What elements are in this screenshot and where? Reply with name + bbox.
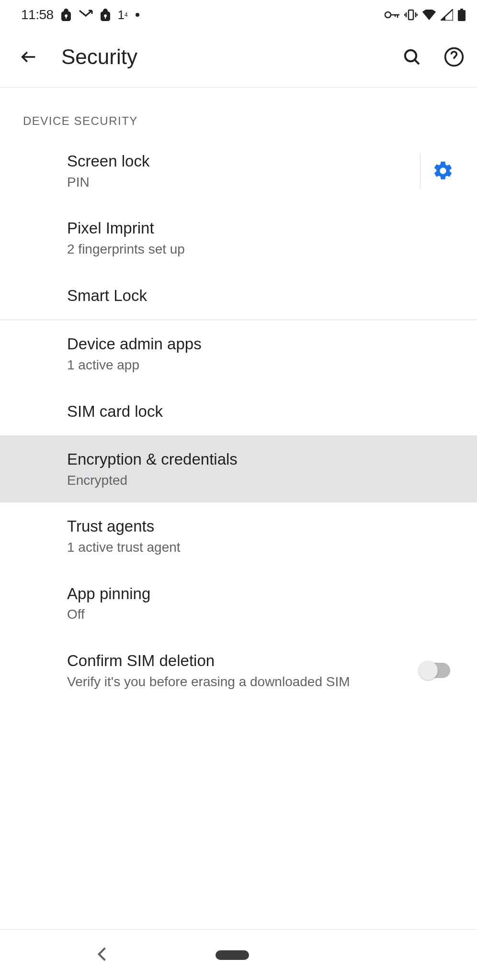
list-item-subtitle: Encrypted: [67, 471, 454, 490]
missed-call-icon: [79, 10, 93, 20]
search-button[interactable]: [400, 45, 423, 68]
chevron-left-icon: [96, 947, 108, 962]
notification-icon: 14: [118, 8, 128, 22]
nav-back-button[interactable]: [96, 947, 108, 964]
svg-point-4: [405, 50, 416, 61]
list-item-title: Pixel Imprint: [67, 218, 454, 239]
app-pinning-item[interactable]: App pinning Off: [0, 570, 477, 637]
key-icon: [384, 11, 399, 19]
smart-lock-item[interactable]: Smart Lock: [0, 272, 477, 320]
list-item-text: Device admin apps 1 active app: [67, 334, 454, 374]
signal-icon: [441, 9, 453, 21]
trust-agents-item[interactable]: Trust agents 1 active trust agent: [0, 502, 477, 569]
status-right: [384, 9, 466, 21]
list-item-title: Trust agents: [67, 516, 454, 537]
list-item-title: Screen lock: [67, 151, 412, 172]
screen-lock-settings-button[interactable]: [420, 153, 454, 189]
encryption-item[interactable]: Encryption & credentials Encrypted: [0, 435, 477, 502]
list-item-subtitle: Off: [67, 605, 454, 624]
svg-rect-3: [460, 9, 463, 11]
list-item-text: Smart Lock: [67, 285, 454, 307]
list-item-title: Smart Lock: [67, 285, 454, 307]
navigation-bar: [0, 929, 477, 980]
list-item-text: Screen lock PIN: [67, 151, 412, 191]
help-button[interactable]: [443, 45, 466, 68]
list-item-subtitle: PIN: [67, 173, 412, 191]
section-header: DEVICE SECURITY: [0, 88, 477, 137]
status-time: 11:58: [21, 7, 54, 22]
list-item-text: Encryption & credentials Encrypted: [67, 449, 454, 489]
lock-icon: [101, 9, 110, 21]
search-icon: [402, 47, 421, 67]
gear-icon: [432, 160, 454, 182]
list-item-subtitle: 1 active app: [67, 356, 454, 374]
pixel-imprint-item[interactable]: Pixel Imprint 2 fingerprints set up: [0, 204, 477, 271]
list-item-subtitle: 1 active trust agent: [67, 538, 454, 557]
sim-card-lock-item[interactable]: SIM card lock: [0, 388, 477, 436]
dot-icon: [136, 13, 139, 17]
confirm-sim-deletion-item[interactable]: Confirm SIM deletion Verify it's you bef…: [0, 637, 477, 704]
status-left: 11:58 14: [21, 7, 139, 22]
app-bar: Security: [0, 27, 477, 88]
status-bar: 11:58 14: [0, 0, 477, 27]
battery-icon: [458, 9, 466, 21]
list-item-title: App pinning: [67, 583, 454, 605]
nav-home-pill[interactable]: [216, 950, 249, 960]
list-item-title: SIM card lock: [67, 401, 454, 423]
list-item-title: Device admin apps: [67, 334, 454, 355]
list-item-subtitle: 2 fingerprints set up: [67, 240, 454, 258]
list-item-title: Confirm SIM deletion: [67, 650, 420, 672]
list-item-text: App pinning Off: [67, 583, 454, 624]
device-admin-item[interactable]: Device admin apps 1 active app: [0, 320, 477, 387]
svg-point-0: [385, 12, 391, 18]
help-icon: [443, 46, 465, 67]
svg-rect-1: [409, 10, 413, 20]
list-item-text: SIM card lock: [67, 401, 454, 423]
page-title: Security: [61, 45, 379, 69]
screen-lock-item[interactable]: Screen lock PIN: [0, 137, 477, 204]
list-item-subtitle: Verify it's you before erasing a downloa…: [67, 673, 420, 691]
svg-rect-2: [458, 10, 466, 21]
list-item-title: Encryption & credentials: [67, 449, 454, 470]
list-item-text: Trust agents 1 active trust agent: [67, 516, 454, 556]
lock-icon: [61, 9, 71, 21]
vibrate-icon: [404, 9, 418, 21]
list-item-text: Confirm SIM deletion Verify it's you bef…: [67, 650, 420, 690]
app-bar-actions: [400, 45, 466, 68]
wifi-icon: [422, 10, 436, 20]
confirm-sim-toggle[interactable]: [420, 663, 450, 678]
back-button[interactable]: [17, 45, 40, 68]
list-item-text: Pixel Imprint 2 fingerprints set up: [67, 218, 454, 258]
arrow-left-icon: [19, 47, 38, 67]
switch-thumb: [419, 661, 438, 680]
